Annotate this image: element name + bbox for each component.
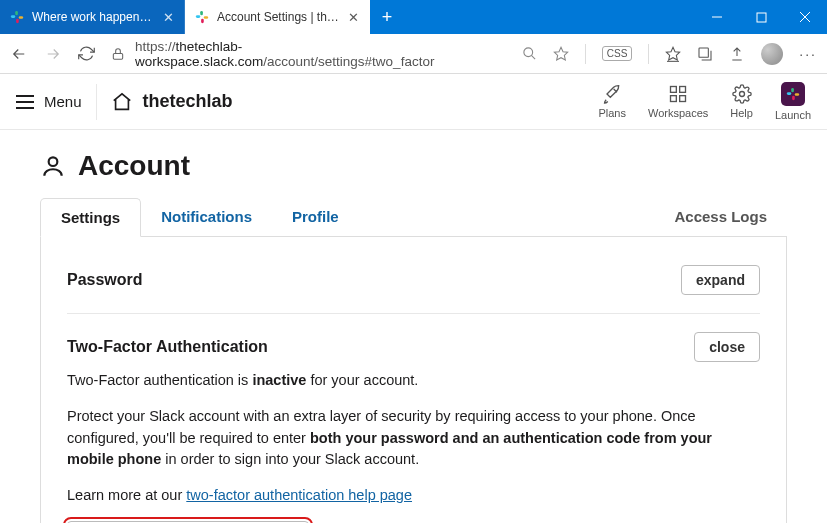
expand-button[interactable]: expand bbox=[681, 265, 760, 295]
svg-rect-19 bbox=[671, 87, 677, 93]
password-title: Password bbox=[67, 271, 143, 289]
tab-profile[interactable]: Profile bbox=[272, 198, 359, 236]
search-in-page-icon[interactable] bbox=[522, 46, 537, 61]
browser-titlebar: Where work happens | Slack ✕ Account Set… bbox=[0, 0, 827, 34]
workspace-name[interactable]: thetechlab bbox=[143, 91, 233, 112]
close-button[interactable]: close bbox=[694, 332, 760, 362]
browser-tab-active[interactable]: Account Settings | thetechlab Sl… ✕ bbox=[185, 0, 370, 34]
tab-title: Account Settings | thetechlab Sl… bbox=[217, 10, 340, 24]
menu-label[interactable]: Menu bbox=[44, 93, 82, 110]
svg-point-23 bbox=[739, 92, 744, 97]
window-close-icon[interactable] bbox=[783, 0, 827, 34]
svg-point-28 bbox=[49, 157, 58, 166]
svg-rect-21 bbox=[671, 96, 677, 102]
slack-header: Menu thetechlab Plans Workspaces Help La… bbox=[0, 74, 827, 130]
favorite-icon[interactable] bbox=[553, 46, 569, 62]
svg-rect-9 bbox=[757, 13, 766, 22]
close-icon[interactable]: ✕ bbox=[163, 10, 174, 25]
svg-rect-25 bbox=[795, 93, 799, 96]
tab-settings[interactable]: Settings bbox=[40, 198, 141, 237]
launch-button[interactable]: Launch bbox=[775, 82, 811, 121]
svg-point-13 bbox=[524, 48, 533, 57]
page-content: Account Settings Notifications Profile A… bbox=[0, 130, 827, 523]
slack-favicon-icon bbox=[195, 10, 209, 24]
home-icon[interactable] bbox=[111, 91, 133, 113]
divider bbox=[96, 84, 97, 120]
slack-favicon-icon bbox=[10, 10, 24, 24]
address-bar: https://thetechlab-workspace.slack.com/a… bbox=[0, 34, 827, 74]
css-badge[interactable]: CSS bbox=[602, 46, 633, 61]
help-page-link[interactable]: two-factor authentication help page bbox=[186, 487, 412, 503]
rocket-icon bbox=[602, 84, 622, 104]
password-section: Password expand bbox=[67, 259, 760, 313]
svg-rect-26 bbox=[791, 88, 794, 92]
account-tabs: Settings Notifications Profile Access Lo… bbox=[40, 198, 787, 237]
tab-notifications[interactable]: Notifications bbox=[141, 198, 272, 236]
two-factor-learn-more: Learn more at our two-factor authenticat… bbox=[67, 485, 760, 507]
collections-icon[interactable] bbox=[697, 46, 713, 62]
svg-rect-24 bbox=[787, 92, 791, 95]
window-controls bbox=[695, 0, 827, 34]
slack-app-icon bbox=[781, 82, 805, 106]
svg-rect-12 bbox=[113, 53, 122, 59]
refresh-button[interactable] bbox=[78, 45, 95, 62]
new-tab-button[interactable]: + bbox=[370, 0, 404, 34]
svg-rect-3 bbox=[16, 19, 19, 23]
grid-icon bbox=[668, 84, 688, 104]
separator bbox=[585, 44, 586, 64]
minimize-icon[interactable] bbox=[695, 0, 739, 34]
svg-rect-22 bbox=[680, 96, 686, 102]
url-text: https://thetechlab-workspace.slack.com/a… bbox=[135, 39, 506, 69]
settings-panel: Password expand Two-Factor Authenticatio… bbox=[40, 237, 787, 523]
tab-access-logs[interactable]: Access Logs bbox=[654, 198, 787, 236]
favorites-bar-icon[interactable] bbox=[665, 46, 681, 62]
two-factor-description: Protect your Slack account with an extra… bbox=[67, 406, 760, 471]
url-box[interactable]: https://thetechlab-workspace.slack.com/a… bbox=[111, 39, 506, 69]
svg-rect-1 bbox=[19, 16, 23, 19]
workspaces-link[interactable]: Workspaces bbox=[648, 84, 708, 119]
forward-button bbox=[44, 45, 62, 63]
back-button[interactable] bbox=[10, 45, 28, 63]
two-factor-title: Two-Factor Authentication bbox=[67, 338, 268, 356]
svg-marker-15 bbox=[554, 47, 567, 60]
two-factor-section: Two-Factor Authentication close Two-Fact… bbox=[67, 313, 760, 523]
svg-rect-7 bbox=[201, 19, 204, 23]
separator bbox=[648, 44, 649, 64]
svg-rect-2 bbox=[15, 11, 18, 15]
svg-rect-5 bbox=[204, 16, 208, 19]
svg-rect-4 bbox=[196, 15, 200, 18]
hamburger-icon[interactable] bbox=[16, 95, 34, 109]
profile-avatar[interactable] bbox=[761, 43, 783, 65]
svg-rect-6 bbox=[200, 11, 203, 15]
share-icon[interactable] bbox=[729, 46, 745, 62]
lock-icon bbox=[111, 47, 125, 61]
plans-link[interactable]: Plans bbox=[598, 84, 626, 119]
maximize-icon[interactable] bbox=[739, 0, 783, 34]
person-icon bbox=[40, 153, 66, 179]
svg-rect-27 bbox=[792, 96, 795, 100]
page-title: Account bbox=[78, 150, 190, 182]
close-icon[interactable]: ✕ bbox=[348, 10, 359, 25]
svg-rect-18 bbox=[699, 48, 708, 57]
svg-line-14 bbox=[531, 55, 535, 59]
browser-tab-inactive[interactable]: Where work happens | Slack ✕ bbox=[0, 0, 185, 34]
svg-rect-0 bbox=[11, 15, 15, 18]
gear-icon bbox=[732, 84, 752, 104]
more-icon[interactable]: ··· bbox=[799, 46, 817, 62]
svg-marker-16 bbox=[667, 47, 680, 60]
svg-rect-20 bbox=[680, 87, 686, 93]
help-link[interactable]: Help bbox=[730, 84, 753, 119]
tab-title: Where work happens | Slack bbox=[32, 10, 155, 24]
two-factor-status: Two-Factor authentication is inactive fo… bbox=[67, 370, 760, 392]
